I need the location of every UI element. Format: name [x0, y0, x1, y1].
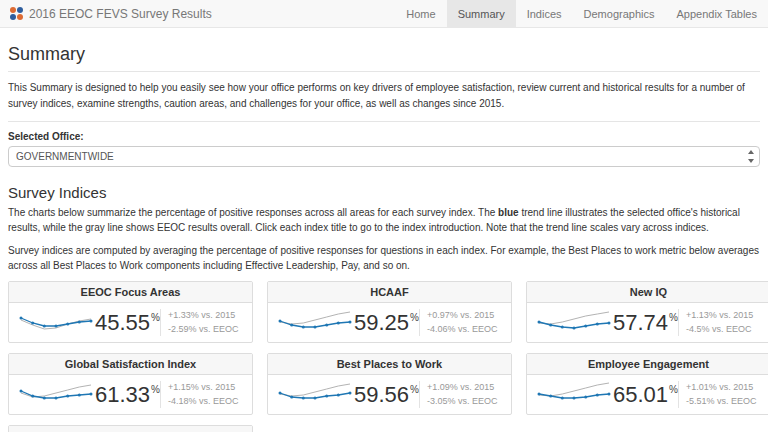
delta-vs-eeoc: -4.18% vs. EEOC [168, 396, 239, 406]
index-card-title-link[interactable]: HCAAF [268, 282, 511, 303]
page-content: Summary This Summary is designed to help… [0, 28, 768, 432]
index-value: 61.33% [95, 382, 160, 408]
index-card-body: 57.74% +1.13% vs. 2015 -4.5% vs. EEOC [527, 303, 768, 342]
index-deltas: +1.15% vs. 2015 -4.18% vs. EEOC [160, 381, 244, 408]
delta-vs-eeoc: -3.05% vs. EEOC [427, 396, 498, 406]
index-card-body: 59.56% +1.09% vs. 2015 -3.05% vs. EEOC [268, 375, 511, 414]
trend-sparkline [535, 382, 613, 408]
index-card: Global Satisfaction Index 61.33% +1.15% … [8, 353, 253, 415]
survey-indices-p1: The charts below summarize the percentag… [8, 205, 760, 235]
trend-sparkline [535, 310, 613, 336]
nav-home[interactable]: Home [395, 0, 446, 27]
divider [8, 71, 760, 72]
percent-sign: % [151, 384, 160, 395]
percent-sign: % [669, 384, 678, 395]
trend-sparkline [17, 310, 95, 336]
nav-indices[interactable]: Indices [516, 0, 573, 27]
index-card: Employee Engagement 65.01% +1.01% vs. 20… [526, 353, 768, 415]
index-card-body: 45.55% +1.33% vs. 2015 -2.59% vs. EEOC [9, 303, 252, 342]
index-deltas: +1.13% vs. 2015 -4.5% vs. EEOC [678, 309, 762, 336]
index-card: Best Places to Work 59.56% +1.09% vs. 20… [267, 353, 512, 415]
delta-vs-eeoc: -5.51% vs. EEOC [686, 396, 757, 406]
delta-vs-2015: +1.01% vs. 2015 [686, 382, 753, 392]
p1-before: The charts below summarize the percentag… [8, 207, 498, 218]
index-value: 45.55% [95, 310, 160, 336]
percent-sign: % [410, 384, 419, 395]
index-card-title-link[interactable]: Best Places to Work [268, 354, 511, 375]
brand: 2016 EEOC FEVS Survey Results [10, 0, 212, 27]
page-title: Summary [8, 44, 760, 65]
index-card: OPM Question Groups 59.27% +1.04% vs. 20… [8, 425, 253, 432]
index-card-body: 59.25% +0.97% vs. 2015 -4.06% vs. EEOC [268, 303, 511, 342]
index-value: 57.74% [613, 310, 678, 336]
trend-sparkline [276, 310, 354, 336]
selected-office-label: Selected Office: [8, 131, 760, 142]
index-card-body: 61.33% +1.15% vs. 2015 -4.18% vs. EEOC [9, 375, 252, 414]
office-select[interactable]: GOVERNMENTWIDE [8, 146, 760, 167]
index-deltas: +1.01% vs. 2015 -5.51% vs. EEOC [678, 381, 762, 408]
index-card-title-link[interactable]: New IQ [527, 282, 768, 303]
delta-vs-2015: +1.33% vs. 2015 [168, 310, 235, 320]
delta-vs-eeoc: -4.06% vs. EEOC [427, 324, 498, 334]
index-deltas: +1.09% vs. 2015 -3.05% vs. EEOC [419, 381, 503, 408]
delta-vs-2015: +0.97% vs. 2015 [427, 310, 494, 320]
index-cards-grid: EEOC Focus Areas 45.55% +1.33% vs. 2015 … [8, 281, 760, 432]
brand-title: 2016 EEOC FEVS Survey Results [29, 7, 212, 21]
main-nav: HomeSummaryIndicesDemographicsAppendix T… [395, 0, 768, 27]
index-card-title-link[interactable]: EEOC Focus Areas [9, 282, 252, 303]
index-deltas: +0.97% vs. 2015 -4.06% vs. EEOC [419, 309, 503, 336]
index-card: New IQ 57.74% +1.13% vs. 2015 -4.5% vs. … [526, 281, 768, 343]
percent-sign: % [669, 312, 678, 323]
index-card: EEOC Focus Areas 45.55% +1.33% vs. 2015 … [8, 281, 253, 343]
index-value: 59.56% [354, 382, 419, 408]
percent-sign: % [410, 312, 419, 323]
index-card-body: 65.01% +1.01% vs. 2015 -5.51% vs. EEOC [527, 375, 768, 414]
delta-vs-2015: +1.15% vs. 2015 [168, 382, 235, 392]
nav-appendix-tables[interactable]: Appendix Tables [665, 0, 768, 27]
delta-vs-2015: +1.13% vs. 2015 [686, 310, 753, 320]
top-navbar: 2016 EEOC FEVS Survey Results HomeSummar… [0, 0, 768, 28]
survey-indices-p2: Survey indices are computed by averaging… [8, 243, 760, 273]
divider [8, 121, 760, 122]
index-card-title-link[interactable]: Employee Engagement [527, 354, 768, 375]
index-value: 59.25% [354, 310, 419, 336]
index-card: HCAAF 59.25% +0.97% vs. 2015 -4.06% vs. … [267, 281, 512, 343]
eeoc-logo-icon [10, 7, 23, 20]
trend-sparkline [17, 382, 95, 408]
office-select-wrap: GOVERNMENTWIDE [8, 146, 760, 167]
nav-demographics[interactable]: Demographics [573, 0, 666, 27]
index-card-title-link[interactable]: Global Satisfaction Index [9, 354, 252, 375]
nav-summary[interactable]: Summary [447, 0, 516, 27]
survey-indices-title: Survey Indices [8, 184, 760, 201]
trend-sparkline [276, 382, 354, 408]
blue-word: blue [498, 207, 519, 218]
index-card-title-link[interactable]: OPM Question Groups [9, 426, 252, 432]
summary-intro: This Summary is designed to help you eas… [8, 80, 760, 111]
delta-vs-eeoc: -4.5% vs. EEOC [686, 324, 752, 334]
index-deltas: +1.33% vs. 2015 -2.59% vs. EEOC [160, 309, 244, 336]
percent-sign: % [151, 312, 160, 323]
index-value: 65.01% [613, 382, 678, 408]
delta-vs-2015: +1.09% vs. 2015 [427, 382, 494, 392]
delta-vs-eeoc: -2.59% vs. EEOC [168, 324, 239, 334]
